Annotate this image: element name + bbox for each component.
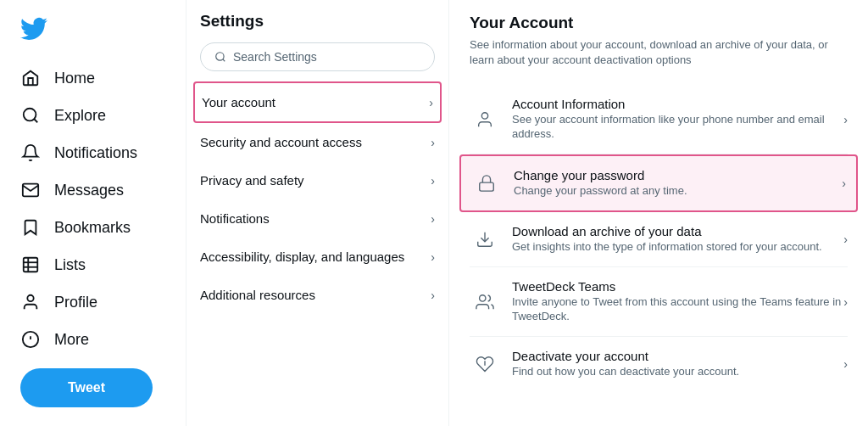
download-archive-title: Download an archive of your data bbox=[512, 224, 822, 238]
person-icon bbox=[470, 104, 500, 135]
settings-nav-additional-label: Additional resources bbox=[200, 288, 315, 302]
sidebar-item-lists-label: Lists bbox=[54, 256, 86, 274]
sidebar-item-home-label: Home bbox=[54, 70, 95, 87]
chevron-right-icon: › bbox=[431, 136, 435, 149]
chevron-right-icon: › bbox=[431, 289, 435, 302]
settings-nav-privacy[interactable]: Privacy and safety › bbox=[186, 161, 448, 199]
sidebar-item-lists[interactable]: Lists bbox=[10, 246, 175, 283]
chevron-right-icon: › bbox=[429, 96, 433, 109]
sidebar-item-explore-label: Explore bbox=[54, 107, 106, 125]
chevron-right-icon: › bbox=[431, 212, 435, 226]
account-info-desc: See your account information like your p… bbox=[512, 113, 843, 142]
account-info-option[interactable]: Account Information See your account inf… bbox=[470, 85, 848, 154]
change-password-desc: Change your password at any time. bbox=[514, 184, 687, 199]
sidebar-item-more[interactable]: More bbox=[10, 321, 175, 358]
lists-icon bbox=[20, 255, 41, 275]
chevron-right-icon: › bbox=[431, 174, 435, 188]
svg-point-9 bbox=[216, 53, 224, 60]
tweetdeck-desc: Invite anyone to Tweet from this account… bbox=[512, 295, 843, 324]
sidebar-item-profile[interactable]: Profile bbox=[10, 283, 175, 321]
search-settings[interactable]: Search Settings bbox=[200, 42, 435, 71]
account-panel-subtitle: See information about your account, down… bbox=[470, 37, 848, 68]
account-panel-header: Your Account bbox=[470, 14, 848, 32]
sidebar-item-bookmarks[interactable]: Bookmarks bbox=[10, 209, 175, 246]
deactivate-desc: Find out how you can deactivate your acc… bbox=[512, 365, 739, 379]
sidebar-item-notifications-label: Notifications bbox=[54, 144, 137, 162]
settings-nav-accessibility[interactable]: Accessibility, display, and languages › bbox=[186, 238, 448, 276]
settings-nav-accessibility-label: Accessibility, display, and languages bbox=[200, 249, 404, 264]
sidebar-item-more-label: More bbox=[54, 331, 89, 349]
people-icon bbox=[470, 287, 500, 317]
mail-icon bbox=[20, 180, 41, 200]
home-icon bbox=[20, 68, 41, 88]
chevron-right-icon: › bbox=[842, 177, 846, 190]
sidebar-item-bookmarks-label: Bookmarks bbox=[54, 219, 131, 237]
explore-icon bbox=[20, 105, 41, 126]
svg-point-10 bbox=[481, 113, 487, 119]
sidebar-item-explore[interactable]: Explore bbox=[10, 97, 175, 134]
settings-nav-your-account[interactable]: Your account › bbox=[193, 81, 442, 123]
download-archive-desc: Get insights into the type of informatio… bbox=[512, 240, 822, 255]
chevron-right-icon: › bbox=[843, 113, 848, 126]
settings-nav-notifications[interactable]: Notifications › bbox=[186, 199, 448, 238]
deactivate-option[interactable]: Deactivate your account Find out how you… bbox=[470, 337, 848, 391]
tweetdeck-teams-option[interactable]: TweetDeck Teams Invite anyone to Tweet f… bbox=[470, 267, 848, 337]
download-icon bbox=[470, 224, 500, 255]
account-options-panel: Your Account See information about your … bbox=[449, 0, 868, 426]
more-icon bbox=[20, 329, 41, 350]
svg-point-13 bbox=[480, 294, 486, 300]
sidebar-item-profile-label: Profile bbox=[54, 294, 97, 311]
settings-nav-privacy-label: Privacy and safety bbox=[200, 173, 304, 188]
svg-point-0 bbox=[24, 109, 36, 121]
account-info-title: Account Information bbox=[512, 97, 843, 111]
search-placeholder: Search Settings bbox=[233, 50, 317, 64]
settings-header: Settings bbox=[186, 0, 448, 37]
settings-nav-security-label: Security and account access bbox=[200, 135, 362, 149]
svg-rect-11 bbox=[480, 182, 494, 191]
sidebar-item-home[interactable]: Home bbox=[10, 59, 175, 97]
profile-icon bbox=[20, 292, 41, 312]
lock-icon bbox=[471, 168, 502, 199]
sidebar-item-messages-label: Messages bbox=[54, 182, 124, 199]
chevron-right-icon: › bbox=[843, 233, 848, 246]
deactivate-title: Deactivate your account bbox=[512, 349, 739, 363]
sidebar-item-messages[interactable]: Messages bbox=[10, 171, 175, 209]
tweet-button[interactable]: Tweet bbox=[20, 368, 153, 407]
sidebar: Home Explore Notifications Messages Book… bbox=[0, 0, 186, 426]
settings-nav-notifications-label: Notifications bbox=[200, 211, 270, 226]
bell-icon bbox=[20, 143, 41, 163]
settings-nav-your-account-label: Your account bbox=[202, 95, 275, 109]
svg-point-5 bbox=[27, 295, 33, 301]
tweetdeck-title: TweetDeck Teams bbox=[512, 279, 843, 294]
settings-nav-additional[interactable]: Additional resources › bbox=[186, 276, 448, 314]
search-icon bbox=[214, 51, 226, 63]
change-password-title: Change your password bbox=[514, 168, 687, 182]
svg-rect-1 bbox=[24, 258, 38, 272]
settings-nav-security[interactable]: Security and account access › bbox=[186, 123, 448, 161]
sidebar-item-notifications[interactable]: Notifications bbox=[10, 134, 175, 171]
download-archive-option[interactable]: Download an archive of your data Get ins… bbox=[470, 212, 848, 267]
heart-broken-icon bbox=[470, 349, 500, 379]
bookmark-icon bbox=[20, 217, 41, 238]
settings-panel: Settings Search Settings Your account › … bbox=[186, 0, 449, 426]
twitter-logo[interactable] bbox=[10, 7, 175, 59]
chevron-right-icon: › bbox=[843, 295, 848, 309]
chevron-right-icon: › bbox=[431, 250, 435, 264]
chevron-right-icon: › bbox=[843, 357, 848, 371]
change-password-option[interactable]: Change your password Change your passwor… bbox=[459, 154, 858, 212]
